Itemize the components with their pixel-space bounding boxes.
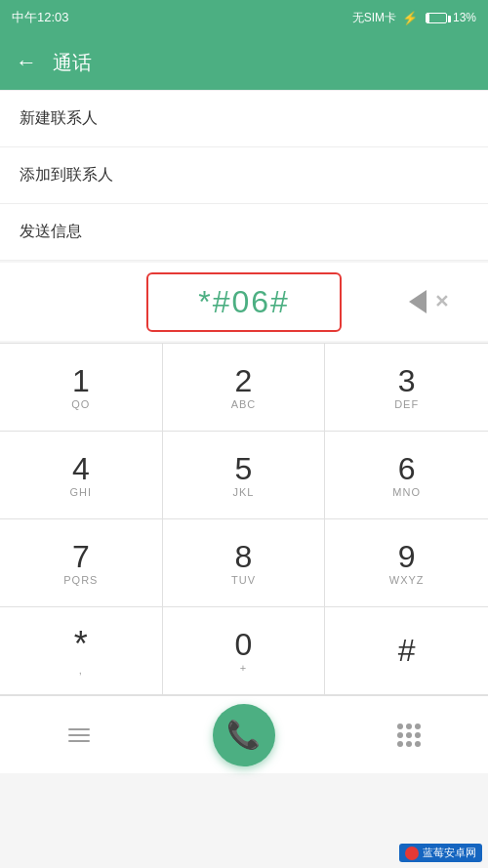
- signal-icon: ⚡: [402, 11, 418, 25]
- keypad: 1 QO 2 ABC 3 DEF 4 GHI 5 JKL 6 MNO 7 PQR…: [0, 343, 488, 695]
- key-8[interactable]: 8 TUV: [163, 519, 326, 607]
- watermark: 蓝莓安卓网: [399, 844, 482, 862]
- key-2-letters: ABC: [231, 398, 257, 410]
- phone-icon: 📞: [226, 719, 261, 751]
- status-bar: 中午12:03 无SIM卡 ⚡ 13%: [0, 0, 488, 35]
- arrow-left-icon: [409, 290, 427, 313]
- key-7-letters: PQRS: [63, 574, 98, 586]
- key-0-letters: +: [240, 662, 247, 674]
- grid-icon: [397, 723, 421, 747]
- key-hash-number: #: [398, 635, 416, 666]
- hamburger-icon: [68, 728, 90, 742]
- key-5-letters: JKL: [233, 486, 255, 498]
- key-4-letters: GHI: [70, 486, 93, 498]
- hamburger-button[interactable]: [56, 712, 102, 759]
- key-5[interactable]: 5 JKL: [163, 432, 326, 519]
- watermark-text: 蓝莓安卓网: [423, 846, 476, 860]
- battery-icon: [426, 13, 447, 23]
- key-9[interactable]: 9 WXYZ: [325, 519, 488, 607]
- key-star-letters: ,: [79, 664, 83, 676]
- key-7[interactable]: 7 PQRS: [0, 519, 163, 607]
- menu-item-add-contact[interactable]: 添加到联系人: [0, 147, 488, 204]
- key-2[interactable]: 2 ABC: [163, 344, 326, 432]
- key-0[interactable]: 0 +: [163, 607, 326, 695]
- key-3-letters: DEF: [394, 398, 419, 410]
- header-title: 通话: [53, 50, 92, 76]
- key-8-letters: TUV: [231, 574, 256, 586]
- key-7-number: 7: [72, 541, 90, 572]
- backspace-x-icon: ✕: [434, 291, 449, 312]
- time-label: 中午12:03: [12, 9, 69, 26]
- key-2-number: 2: [235, 365, 253, 396]
- dial-input-area: *#06# ✕: [0, 263, 488, 341]
- key-6-letters: MNO: [392, 486, 421, 498]
- backspace-button[interactable]: ✕: [409, 290, 449, 313]
- grid-button[interactable]: [386, 712, 432, 759]
- key-star-number: *: [74, 627, 88, 662]
- watermark-logo: [405, 847, 419, 860]
- call-button[interactable]: 📞: [213, 704, 275, 766]
- key-0-number: 0: [235, 629, 253, 660]
- key-5-number: 5: [235, 453, 253, 484]
- bottom-bar: 📞: [0, 695, 488, 773]
- header: ← 通话: [0, 35, 488, 90]
- back-button[interactable]: ←: [16, 50, 37, 75]
- status-icons: 无SIM卡 ⚡ 13%: [352, 10, 476, 26]
- menu-item-new-contact[interactable]: 新建联系人: [0, 90, 488, 147]
- key-star[interactable]: * ,: [0, 607, 163, 695]
- battery-percent: 13%: [453, 11, 476, 24]
- key-6[interactable]: 6 MNO: [325, 432, 488, 519]
- menu-item-send-message[interactable]: 发送信息: [0, 204, 488, 261]
- menu-list: 新建联系人 添加到联系人 发送信息: [0, 90, 488, 261]
- key-4-number: 4: [72, 453, 90, 484]
- key-1-number: 1: [72, 365, 90, 396]
- key-8-number: 8: [235, 541, 253, 572]
- key-hash[interactable]: #: [325, 607, 488, 695]
- key-1[interactable]: 1 QO: [0, 344, 163, 432]
- key-9-letters: WXYZ: [389, 574, 425, 586]
- dial-display: *#06#: [146, 272, 342, 332]
- key-6-number: 6: [398, 453, 416, 484]
- key-9-number: 9: [398, 541, 416, 572]
- key-4[interactable]: 4 GHI: [0, 432, 163, 519]
- key-3[interactable]: 3 DEF: [325, 344, 488, 432]
- sim-label: 无SIM卡: [352, 10, 396, 26]
- status-time: 中午12:03: [12, 9, 69, 26]
- key-1-letters: QO: [71, 398, 90, 410]
- key-3-number: 3: [398, 365, 416, 396]
